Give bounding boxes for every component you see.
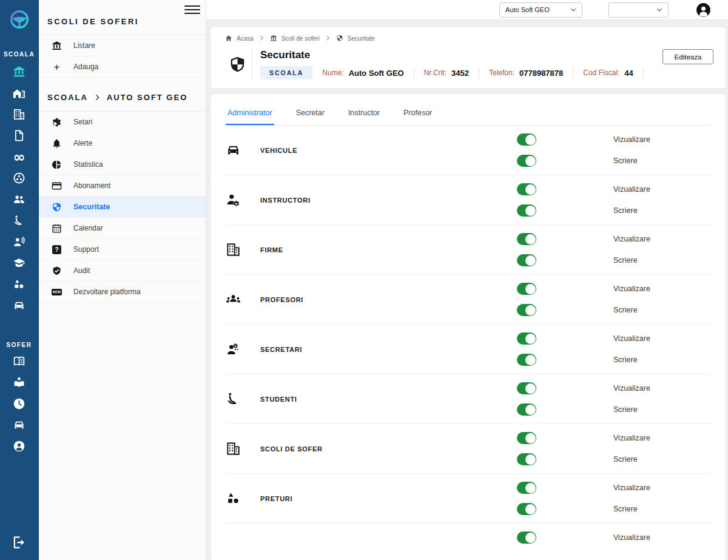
view-label: Vizualizare (613, 285, 650, 293)
account-icon[interactable] (0, 436, 39, 457)
breadcrumb-item-scoli-de-soferi[interactable]: Scoli de soferi (270, 35, 320, 42)
wheel-dots-icon[interactable] (0, 167, 39, 189)
sidebar-item-label: Listare (73, 41, 95, 50)
sidebar-item-support[interactable]: ? Support (39, 239, 206, 260)
new-badge-icon: NEW (52, 287, 62, 297)
office-building-icon (226, 441, 260, 456)
toggle-view[interactable] (517, 432, 536, 444)
toggle-write[interactable] (517, 503, 536, 515)
car-icon[interactable] (0, 414, 39, 436)
write-label: Scriere (613, 505, 638, 513)
bell-icon (52, 138, 62, 149)
graduation-cap-icon[interactable] (0, 252, 39, 274)
sidebar-item-listare[interactable]: Listare (39, 35, 206, 56)
sidebar: SCOLI DE SOFERI Listare + Adauga SCOALA … (39, 0, 206, 560)
sidebar-item-label: Abonament (73, 181, 110, 190)
toggle-view[interactable] (517, 482, 536, 494)
view-label: Vizualizare (613, 533, 650, 542)
toggle-view[interactable] (517, 233, 536, 245)
sidebar-item-audit[interactable]: Audit (39, 260, 206, 282)
school-info-line: SCOALA Nume: Auto Soft GEO Nr.Crit: 3452 (260, 66, 644, 79)
toggle-write[interactable] (517, 155, 536, 167)
calendar-icon (52, 223, 62, 234)
sidebar-item-abonament[interactable]: Abonament (39, 175, 206, 197)
toggle-view[interactable] (517, 183, 536, 195)
view-label: Vizualizare (613, 185, 650, 194)
edit-button[interactable]: Editeaza (662, 49, 713, 64)
clock-icon[interactable] (0, 393, 39, 414)
toggle-write[interactable] (517, 453, 536, 465)
top-bar: Auto Soft GEO (206, 0, 728, 20)
tab-secretar[interactable]: Secretar (294, 104, 326, 125)
toggle-view[interactable] (517, 133, 536, 146)
voice-person-icon[interactable] (0, 231, 39, 252)
page-title: Securitate (260, 49, 644, 61)
document-icon[interactable] (0, 125, 39, 146)
user-avatar-icon[interactable] (696, 2, 711, 18)
info-cod-fiscal: Cod Fiscal: 44 (583, 69, 633, 78)
tab-administrator[interactable]: Administrator (226, 104, 274, 125)
sidebar-item-setari[interactable]: Setari (39, 112, 206, 133)
hamburger-menu-icon[interactable] (184, 3, 200, 16)
write-label: Scriere (613, 405, 638, 414)
car-icon[interactable] (0, 295, 39, 316)
library-icon[interactable] (0, 372, 39, 393)
bank-icon[interactable] (0, 61, 39, 83)
bank-icon (52, 41, 62, 51)
chevron-down-icon (656, 7, 662, 13)
toggle-view[interactable] (517, 332, 536, 345)
logout-icon[interactable] (0, 535, 39, 550)
sidebar-item-statistica[interactable]: Statistica (39, 154, 206, 175)
info-value: 0778987878 (519, 69, 563, 78)
sidebar-item-securitate[interactable]: Securitate (39, 197, 206, 218)
permission-row-preturi: PRETURI Vizualizare Scriere (226, 474, 711, 524)
secondary-select[interactable] (608, 2, 669, 18)
scoala-badge: SCOALA (260, 66, 312, 79)
sidebar-item-alerte[interactable]: Alerte (39, 133, 206, 154)
breadcrumb-item-securitate[interactable]: Securitate (336, 35, 375, 42)
infinity-icon[interactable]: ∞ (0, 146, 39, 167)
vertical-divider (252, 49, 252, 79)
sidebar-item-adauga[interactable]: + Adauga (39, 56, 206, 78)
info-nume: Nume: Auto Soft GEO (322, 69, 403, 78)
view-label: Vizualizare (613, 334, 650, 343)
breadcrumb-item-acasa[interactable]: Acasa (225, 35, 254, 42)
breadcrumb-label: Securitate (348, 35, 375, 42)
sidebar-school-breadcrumb-left: SCOALA (47, 93, 88, 102)
school-select[interactable]: Auto Soft GEO (499, 2, 582, 18)
toggle-write[interactable] (517, 403, 536, 416)
sidebar-item-label: Dezvoltare platforma (73, 288, 141, 296)
office-building-icon[interactable] (0, 104, 39, 125)
people-icon[interactable] (0, 189, 39, 210)
toggle-write[interactable] (517, 254, 536, 266)
chevron-right-icon (259, 35, 265, 42)
permission-label: INSTRUCTORI (260, 197, 517, 204)
tab-instructor[interactable]: Instructor (346, 104, 382, 125)
info-label: Cod Fiscal: (583, 69, 619, 77)
home-work-icon[interactable] (0, 83, 39, 104)
write-label: Scriere (613, 157, 638, 165)
sidebar-section-title: SCOLI DE SOFERI (39, 0, 206, 35)
person-gear-icon (226, 192, 260, 207)
tab-profesor[interactable]: Profesor (402, 104, 434, 125)
open-book-icon[interactable] (0, 351, 39, 372)
permission-row-vehicule: VEHICULE Vizualizare Scriere (226, 126, 711, 175)
seat-icon[interactable] (0, 210, 39, 231)
write-label: Scriere (613, 206, 638, 215)
toggle-write[interactable] (517, 354, 536, 366)
role-tabs: Administrator Secretar Instructor Profes… (226, 94, 711, 126)
toggle-write[interactable] (517, 204, 536, 217)
bank-icon (270, 35, 277, 42)
toggle-view[interactable] (517, 531, 536, 544)
sidebar-item-calendar[interactable]: Calendar (39, 218, 206, 239)
write-label: Scriere (613, 356, 638, 364)
toggle-view[interactable] (517, 382, 536, 394)
toggle-write[interactable] (517, 304, 536, 316)
sidebar-item-dezvoltare-platforma[interactable]: NEW Dezvoltare platforma (39, 282, 206, 303)
write-label: Scriere (613, 256, 638, 265)
permission-label: PRETURI (260, 495, 517, 502)
sidebar-item-label: Adauga (73, 62, 98, 71)
toggle-view[interactable] (517, 283, 536, 295)
people-group-icon (226, 292, 260, 307)
shapes-icon[interactable] (0, 274, 39, 295)
